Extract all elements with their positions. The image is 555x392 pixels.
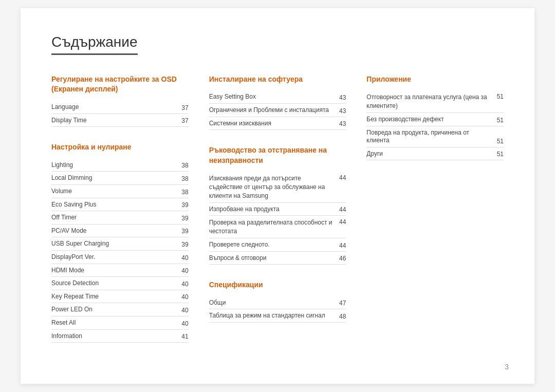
entry-label: Language xyxy=(51,103,181,111)
entry-label: Изпробване на продукта xyxy=(209,206,339,214)
toc-entry: Проверка на разделителната способност и … xyxy=(209,216,346,238)
entry-page: 43 xyxy=(339,94,346,101)
toc-entry: Display Time37 xyxy=(51,114,189,127)
entry-label: Volume xyxy=(51,188,181,196)
entry-page: 47 xyxy=(339,300,346,307)
toc-entry: Volume38 xyxy=(51,185,189,198)
entry-label: Lighting xyxy=(51,161,181,170)
toc-entry: Ограничения и Проблеми с инсталацията43 xyxy=(209,104,346,117)
entry-label: Изисквания преди да потърсите съдействие… xyxy=(209,174,339,200)
entry-page: 40 xyxy=(181,281,188,288)
entry-page: 40 xyxy=(181,293,188,301)
entry-label: Без производствен дефект xyxy=(366,116,496,124)
toc-entry: HDMI Mode40 xyxy=(51,264,189,277)
entry-page: 40 xyxy=(181,267,188,274)
entry-page: 46 xyxy=(339,255,346,262)
toc-entry: Eco Saving Plus39 xyxy=(51,198,189,212)
entry-label: DisplayPort Ver. xyxy=(51,253,181,262)
entry-label: USB Super Charging xyxy=(51,240,181,248)
toc-entry: Information41 xyxy=(51,330,189,343)
entry-page: 37 xyxy=(181,117,188,124)
section-osd-settings: Регулиране на настройките за OSD (Екране… xyxy=(51,74,189,127)
toc-entry: Системни изисквания43 xyxy=(209,117,346,130)
section-title-appendix: Приложение xyxy=(366,74,504,85)
entry-page: 39 xyxy=(181,241,188,248)
entry-label: Отговорност за платената услуга (цена за… xyxy=(366,93,496,110)
entry-page: 43 xyxy=(339,107,346,115)
toc-entry: Reset All40 xyxy=(51,316,189,330)
section-title-software-install: Инсталиране на софтуера xyxy=(209,74,346,85)
toc-entry: Easy Setting Box43 xyxy=(209,90,346,104)
entry-label: Off Timer xyxy=(51,214,181,222)
entry-page: 44 xyxy=(339,218,346,236)
page-title: Съдържание xyxy=(51,34,138,55)
entry-page: 38 xyxy=(181,162,188,169)
entry-label: PC/AV Mode xyxy=(51,227,181,235)
column-0: Регулиране на настройките за OSD (Екране… xyxy=(51,74,189,358)
toc-entry: Local Dimming38 xyxy=(51,172,189,185)
toc-entry: Изисквания преди да потърсите съдействие… xyxy=(209,172,346,202)
entry-page: 40 xyxy=(181,320,188,327)
entry-page: 43 xyxy=(339,120,346,127)
toc-entry: Проверете следното.44 xyxy=(209,238,346,252)
entry-page: 38 xyxy=(181,175,188,182)
toc-entry: Общи47 xyxy=(209,296,346,310)
toc-entry: Key Repeat Time40 xyxy=(51,290,189,304)
toc-entry: Lighting38 xyxy=(51,159,189,172)
page-number: 3 xyxy=(505,363,509,371)
entry-page: 39 xyxy=(181,228,188,235)
toc-entry: PC/AV Mode39 xyxy=(51,225,189,238)
entry-label: Reset All xyxy=(51,319,181,327)
column-2: ПриложениеОтговорност за платената услуг… xyxy=(366,74,504,358)
entry-page: 51 xyxy=(497,138,504,145)
entry-page: 39 xyxy=(181,215,188,222)
content-grid: Регулиране на настройките за OSD (Екране… xyxy=(51,74,504,358)
toc-entry: Language37 xyxy=(51,101,189,114)
toc-entry: Отговорност за платената услуга (цена за… xyxy=(366,90,504,113)
entry-page: 38 xyxy=(181,189,188,196)
page: Съдържание Регулиране на настройките за … xyxy=(21,8,534,384)
entry-page: 48 xyxy=(339,313,346,320)
entry-page: 41 xyxy=(181,333,188,340)
section-title-specifications: Спецификации xyxy=(209,280,346,290)
section-software-install: Инсталиране на софтуераEasy Setting Box4… xyxy=(209,74,346,130)
toc-entry: Off Timer39 xyxy=(51,211,189,225)
entry-page: 40 xyxy=(181,254,188,262)
toc-entry: Таблица за режим на стандартен сигнал48 xyxy=(209,309,346,323)
toc-entry: Power LED On40 xyxy=(51,303,189,316)
section-title-troubleshooting: Ръководство за отстраняване на неизправн… xyxy=(209,145,346,165)
toc-entry: USB Super Charging39 xyxy=(51,237,189,251)
section-settings-reset: Настройка и нулиранеLighting38Local Dimm… xyxy=(51,142,189,343)
entry-page: 51 xyxy=(497,93,504,110)
entry-page: 40 xyxy=(181,307,188,314)
entry-label: Повреда на продукта, причинена от клиент… xyxy=(366,129,496,145)
toc-entry: Други51 xyxy=(366,147,504,161)
toc-entry: Source Detection40 xyxy=(51,277,189,290)
section-title-settings-reset: Настройка и нулиране xyxy=(51,142,189,153)
entry-label: Ограничения и Проблеми с инсталацията xyxy=(209,106,339,115)
entry-label: Въпроси & отговори xyxy=(209,254,339,263)
entry-label: Други xyxy=(366,150,496,158)
toc-entry: Повреда на продукта, причинена от клиент… xyxy=(366,126,504,147)
entry-label: Power LED On xyxy=(51,306,181,314)
entry-label: Проверка на разделителната способност и … xyxy=(209,218,339,236)
toc-entry: Без производствен дефект51 xyxy=(366,113,504,126)
entry-label: Проверете следното. xyxy=(209,241,339,249)
toc-entry: Изпробване на продукта44 xyxy=(209,203,346,216)
toc-entry: Въпроси & отговори46 xyxy=(209,252,346,265)
entry-label: Easy Setting Box xyxy=(209,93,339,101)
entry-page: 51 xyxy=(497,117,504,124)
entry-page: 44 xyxy=(339,206,346,213)
entry-page: 39 xyxy=(181,201,188,209)
entry-label: Eco Saving Plus xyxy=(51,201,181,209)
column-1: Инсталиране на софтуераEasy Setting Box4… xyxy=(209,74,346,358)
entry-label: Таблица за режим на стандартен сигнал xyxy=(209,312,339,320)
section-appendix: ПриложениеОтговорност за платената услуг… xyxy=(366,74,504,161)
entry-label: Display Time xyxy=(51,117,181,125)
entry-page: 44 xyxy=(339,174,346,200)
entry-label: Системни изисквания xyxy=(209,120,339,128)
entry-page: 44 xyxy=(339,242,346,249)
entry-label: Information xyxy=(51,332,181,341)
entry-label: HDMI Mode xyxy=(51,267,181,275)
entry-page: 37 xyxy=(181,104,188,111)
